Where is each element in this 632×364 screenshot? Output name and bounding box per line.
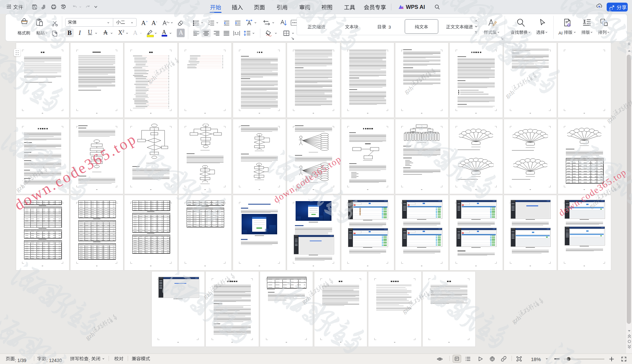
svg-text:3: 3: [388, 24, 391, 29]
